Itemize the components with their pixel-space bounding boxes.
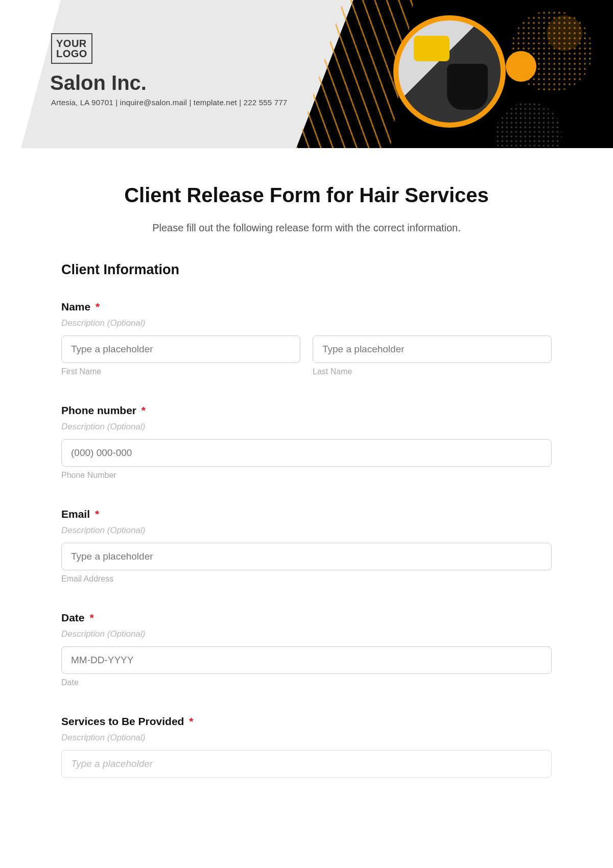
label-email-text: Email xyxy=(61,508,90,520)
form-subtitle: Please fill out the following release fo… xyxy=(61,222,552,234)
label-services: Services to Be Provided * xyxy=(61,715,552,728)
desc-services: Description (Optional) xyxy=(61,733,552,743)
desc-email: Description (Optional) xyxy=(61,525,552,536)
field-services: Services to Be Provided * Description (O… xyxy=(61,715,552,778)
label-date: Date * xyxy=(61,612,552,624)
required-mark: * xyxy=(142,404,146,416)
hero-photo-circle xyxy=(393,15,506,128)
label-email: Email * xyxy=(61,508,552,520)
sublabel-email: Email Address xyxy=(61,574,552,584)
sublabel-phone: Phone Number xyxy=(61,471,552,480)
label-date-text: Date xyxy=(61,612,85,623)
input-last-name[interactable] xyxy=(313,335,552,363)
input-email[interactable] xyxy=(61,543,552,570)
company-name: Salon Inc. xyxy=(50,71,147,94)
section-heading-client-info: Client Information xyxy=(61,262,552,278)
sublabel-date: Date xyxy=(61,678,552,687)
sublabel-first-name: First Name xyxy=(61,367,300,376)
field-email: Email * Description (Optional) Email Add… xyxy=(61,508,552,584)
input-services-placeholder: Type a placeholder xyxy=(71,758,153,769)
label-services-text: Services to Be Provided xyxy=(61,715,184,727)
input-phone[interactable] xyxy=(61,439,552,467)
logo-line-1: YOUR xyxy=(56,38,87,49)
decor-orange-circle xyxy=(506,51,536,82)
required-mark: * xyxy=(96,301,100,312)
field-name: Name * Description (Optional) First Name… xyxy=(61,301,552,376)
logo-placeholder: YOUR LOGO xyxy=(51,33,92,64)
required-mark: * xyxy=(189,715,193,727)
input-services[interactable]: Type a placeholder xyxy=(61,750,552,778)
form-title: Client Release Form for Hair Services xyxy=(61,184,552,207)
required-mark: * xyxy=(95,508,99,520)
sublabel-last-name: Last Name xyxy=(313,367,552,376)
label-name: Name * xyxy=(61,301,552,313)
desc-phone: Description (Optional) xyxy=(61,422,552,432)
input-date[interactable] xyxy=(61,646,552,674)
field-date: Date * Description (Optional) Date xyxy=(61,612,552,687)
required-mark: * xyxy=(89,612,93,623)
desc-date: Description (Optional) xyxy=(61,629,552,639)
field-phone: Phone number * Description (Optional) Ph… xyxy=(61,404,552,480)
label-phone-text: Phone number xyxy=(61,404,136,416)
desc-name: Description (Optional) xyxy=(61,318,552,328)
form-page: Client Release Form for Hair Services Pl… xyxy=(0,148,613,798)
company-info-line: Artesia, LA 90701 | inquire@salon.mail |… xyxy=(51,98,287,107)
logo-line-2: LOGO xyxy=(56,49,87,59)
label-phone: Phone number * xyxy=(61,404,552,417)
input-first-name[interactable] xyxy=(61,335,300,363)
label-name-text: Name xyxy=(61,301,90,312)
header-banner: YOUR LOGO Salon Inc. Artesia, LA 90701 |… xyxy=(0,0,613,148)
decor-orange-circle-faded xyxy=(547,15,582,51)
